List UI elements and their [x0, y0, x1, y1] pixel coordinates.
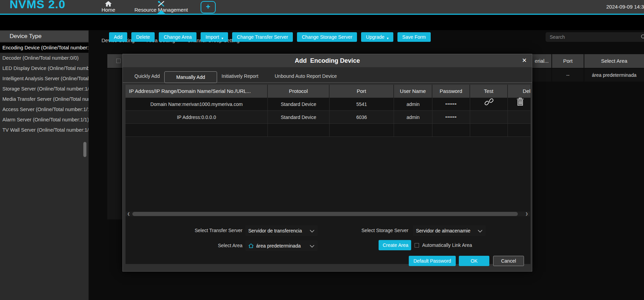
scroll-right-icon[interactable]: ❯	[524, 212, 529, 216]
chevron-down-icon	[310, 243, 314, 249]
upgrade-button[interactable]: Upgrade▾	[361, 32, 393, 42]
caret-down-icon: ▾	[387, 36, 389, 40]
cell-test	[470, 98, 508, 111]
active-nav-pointer	[157, 10, 165, 14]
change-transfer-server-button[interactable]: Change Transfer Server	[232, 32, 293, 42]
search-box	[546, 32, 644, 42]
select-storage-server-label: Select Storage Server	[323, 225, 408, 236]
cell-protocol: Standard Device	[268, 98, 330, 111]
app-logo: NVMS 2.0	[10, 0, 65, 11]
table-row[interactable]: Domain Name:merivan1000.mymeriva.com Sta…	[126, 98, 530, 111]
device-table-body-sliver	[107, 69, 122, 219]
sidebar-item-access-server[interactable]: Access Server (Online/Total number:1/1)	[0, 104, 88, 115]
header-port: Port	[330, 85, 394, 98]
add-button[interactable]: Add	[109, 32, 127, 42]
tab-manually-add[interactable]: Manually Add	[164, 71, 217, 83]
nav-home[interactable]: Home	[95, 0, 122, 14]
scroll-left-icon[interactable]: ❮	[126, 212, 131, 216]
cell-port: 5541	[330, 98, 394, 111]
sidebar-item-intelligent-analysis[interactable]: Intelligent Analysis Server (Online/Tota…	[0, 73, 88, 84]
device-type-sidebar: Device Type Encoding Device (Online/Tota…	[0, 30, 89, 300]
trash-icon[interactable]	[516, 98, 525, 111]
device-row-area-cell[interactable]: área predeterminada	[584, 69, 644, 82]
create-area-button[interactable]: Create Area	[379, 240, 411, 250]
storage-server-dropdown[interactable]: Servidor de almacenamie	[413, 225, 486, 236]
cell-address: Domain Name:merivan1000.mymeriva.com	[126, 98, 268, 111]
area-value: área predeterminada	[256, 243, 310, 249]
header-address: IP Address/IP Range/Domain Name/Serial N…	[126, 85, 268, 98]
chevron-down-icon	[310, 228, 314, 233]
tab-initiatively-report[interactable]: Initiatively Report	[222, 73, 258, 79]
cell-protocol: Standard Device	[268, 111, 330, 124]
sidebar-item-storage-server[interactable]: Storage Server (Online/Total number:1/1)	[0, 84, 88, 94]
table-row[interactable]: IP Address:0.0.0.0 Standard Device 6036 …	[126, 111, 530, 124]
table-row-empty	[126, 124, 530, 137]
device-table-header-sliver	[107, 54, 122, 68]
horizontal-scrollbar[interactable]: ❮ ❯	[126, 212, 530, 216]
transfer-server-value: Servidor de transferencia	[248, 228, 310, 233]
header-test: Test	[470, 85, 508, 98]
scrollbar-thumb[interactable]	[132, 212, 518, 216]
cell-password: ••••••	[445, 111, 457, 124]
cell-address: IP Address:0.0.0.0	[126, 111, 268, 124]
select-area-label: Select Area	[157, 240, 242, 251]
header-protocol: Protocol	[268, 85, 330, 98]
select-all-checkbox[interactable]	[116, 59, 121, 63]
app-window: NVMS 2.0 Home Resource Management + 2024…	[0, 0, 644, 300]
area-dropdown[interactable]: área predeterminada	[245, 240, 318, 251]
device-toolbar: Add Delete Change Area Import▾ Change Tr…	[109, 32, 431, 42]
save-form-button[interactable]: Save Form	[397, 32, 430, 42]
change-storage-server-button[interactable]: Change Storage Server	[297, 32, 357, 42]
column-header-port: Port	[552, 54, 584, 68]
clock: 2024-09-09 14:3	[606, 4, 644, 10]
sidebar-item-decoder[interactable]: Decoder (Online/Total number:0/0)	[0, 53, 88, 63]
tab-quickly-add[interactable]: Quickly Add	[134, 73, 160, 79]
cell-port: 6036	[330, 111, 394, 124]
cell-username: admin	[394, 111, 432, 124]
cell-username: admin	[394, 98, 432, 111]
page-tab-row: Add, Edit or Delete Device Device Settin…	[0, 15, 644, 30]
sidebar-collapse-handle[interactable]	[83, 142, 86, 157]
add-encoding-device-dialog: Add Encoding Device ✕ Quickly Add Manual…	[122, 54, 532, 272]
cell-test	[470, 111, 508, 124]
dialog-title: Add Encoding Device	[123, 54, 532, 67]
storage-server-value: Servidor de almacenamie	[416, 228, 478, 233]
change-area-button[interactable]: Change Area	[159, 32, 196, 42]
nav-home-label: Home	[102, 7, 115, 13]
transfer-server-dropdown[interactable]: Servidor de transferencia	[245, 225, 318, 236]
area-home-icon	[248, 243, 254, 248]
header-password: Password	[432, 85, 470, 98]
tab-unbound-auto-report[interactable]: Unbound Auto Report Device	[275, 73, 337, 79]
test-link-icon[interactable]	[485, 98, 493, 111]
default-password-button[interactable]: Default Password	[409, 256, 456, 266]
auto-link-area-checkbox[interactable]	[415, 243, 419, 248]
column-header-select-area: Select Area	[584, 54, 644, 68]
sidebar-item-media-transfer[interactable]: Media Transfer Server (Online/Total numb…	[0, 94, 88, 104]
cancel-button[interactable]: Cancel	[493, 256, 524, 266]
cell-password: ••••••	[445, 98, 457, 111]
sidebar-item-encoding-device[interactable]: Encoding Device (Online/Total number:1/1…	[0, 43, 88, 53]
header-username: User Name	[394, 85, 432, 98]
chevron-down-icon	[478, 228, 482, 233]
select-transfer-server-label: Select Transfer Server	[157, 225, 242, 236]
search-input[interactable]	[546, 32, 633, 42]
header-delete: Delete	[508, 85, 530, 98]
sidebar-item-tv-wall-server[interactable]: TV Wall Server (Online/Total number:1/1)	[0, 125, 88, 135]
manual-add-table: IP Address/IP Range/Domain Name/Serial N…	[126, 85, 530, 264]
sidebar-title: Device Type	[0, 31, 88, 42]
device-row-port-cell: --	[552, 69, 584, 82]
sidebar-item-led-display[interactable]: LED Display Device (Online/Total number:…	[0, 63, 88, 73]
add-view-button[interactable]: +	[201, 1, 216, 13]
cell-delete	[508, 111, 530, 124]
import-button[interactable]: Import▾	[201, 32, 228, 42]
auto-link-area-label: Automatically Link Area	[422, 240, 472, 250]
cell-delete	[508, 98, 530, 111]
ok-button[interactable]: OK	[459, 256, 489, 266]
caret-down-icon: ▾	[222, 36, 223, 40]
sidebar-item-alarm-server[interactable]: Alarm Server (Online/Total number:1/1)	[0, 115, 88, 125]
table-header-row: IP Address/IP Range/Domain Name/Serial N…	[126, 85, 530, 98]
search-icon	[641, 34, 644, 41]
close-icon[interactable]: ✕	[520, 57, 528, 65]
top-bar: NVMS 2.0 Home Resource Management + 2024…	[0, 0, 644, 14]
delete-button[interactable]: Delete	[131, 32, 155, 42]
